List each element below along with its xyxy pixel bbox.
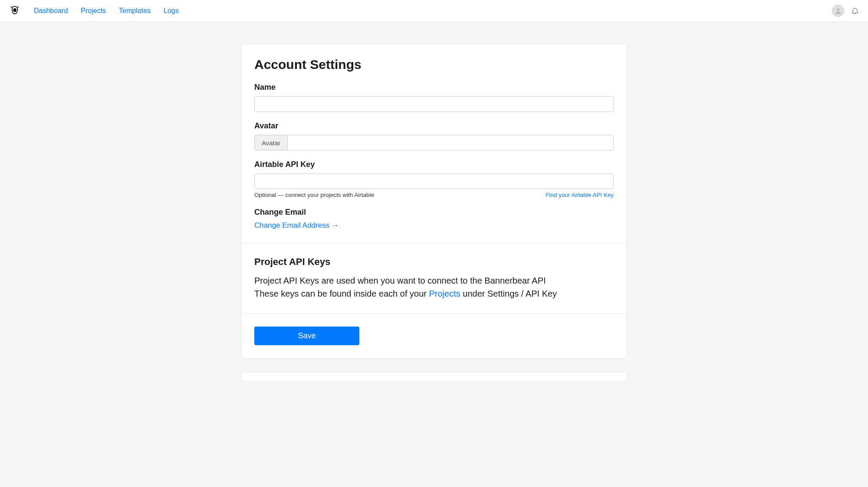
svg-point-0 xyxy=(13,8,16,12)
svg-point-3 xyxy=(837,8,839,11)
projects-link[interactable]: Projects xyxy=(429,289,460,298)
avatar-browse-button[interactable]: Avatar xyxy=(255,135,288,150)
name-label: Name xyxy=(254,83,614,92)
user-icon xyxy=(834,7,842,15)
api-keys-line1: Project API Keys are used when you want … xyxy=(254,274,614,287)
main-container: Account Settings Name Avatar Avatar Airt… xyxy=(241,44,627,380)
airtable-input[interactable] xyxy=(254,173,614,189)
nav-right xyxy=(832,5,859,17)
nav-left: Dashboard Projects Templates Logs xyxy=(9,5,179,17)
name-group: Name xyxy=(254,83,614,112)
page-title: Account Settings xyxy=(254,57,614,72)
api-keys-title: Project API Keys xyxy=(254,256,614,268)
airtable-help-row: Optional — connect your projects with Ai… xyxy=(254,192,614,198)
avatar-file-wrap: Avatar xyxy=(254,135,614,150)
airtable-help-text: Optional — connect your projects with Ai… xyxy=(254,192,374,198)
nav-link-logs[interactable]: Logs xyxy=(164,7,179,15)
airtable-find-key-link[interactable]: Find your Airtable API Key xyxy=(546,192,614,198)
save-button[interactable]: Save xyxy=(254,327,359,345)
avatar-group: Avatar Avatar xyxy=(254,121,614,150)
name-input[interactable] xyxy=(254,96,614,112)
notifications-button[interactable] xyxy=(851,7,859,15)
api-keys-section: Project API Keys Project API Keys are us… xyxy=(241,243,627,314)
settings-card: Account Settings Name Avatar Avatar Airt… xyxy=(241,44,627,359)
nav-links: Dashboard Projects Templates Logs xyxy=(34,7,179,15)
api-keys-line2-b: under Settings / API Key xyxy=(460,289,557,298)
api-keys-line2-a: These keys can be found inside each of y… xyxy=(254,289,429,298)
airtable-group: Airtable API Key Optional — connect your… xyxy=(254,160,614,198)
user-avatar[interactable] xyxy=(832,5,844,17)
nav-link-dashboard[interactable]: Dashboard xyxy=(34,7,68,15)
card-footer: Save xyxy=(241,314,627,358)
svg-point-2 xyxy=(18,7,19,8)
change-email-group: Change Email Change Email Address → xyxy=(254,208,614,230)
svg-point-1 xyxy=(11,7,12,8)
bell-icon xyxy=(851,7,859,15)
api-keys-line2: These keys can be found inside each of y… xyxy=(254,287,614,300)
nav-link-projects[interactable]: Projects xyxy=(81,7,106,15)
airtable-label: Airtable API Key xyxy=(254,160,614,169)
change-email-link[interactable]: Change Email Address → xyxy=(254,221,339,229)
change-email-label: Change Email xyxy=(254,208,614,217)
avatar-file-display[interactable] xyxy=(288,135,613,150)
nav-link-templates[interactable]: Templates xyxy=(119,7,151,15)
avatar-label: Avatar xyxy=(254,121,614,131)
next-card xyxy=(241,372,627,380)
logo-icon[interactable] xyxy=(9,5,21,17)
account-settings-section: Account Settings Name Avatar Avatar Airt… xyxy=(241,44,627,243)
top-navigation: Dashboard Projects Templates Logs xyxy=(0,0,868,22)
